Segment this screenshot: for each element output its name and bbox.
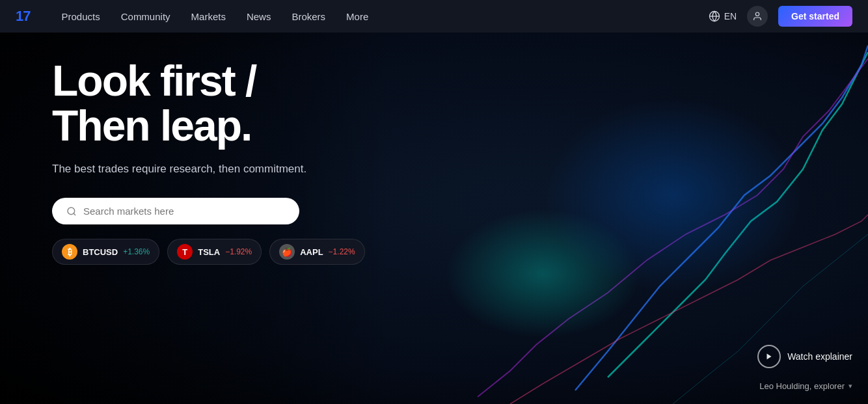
search-input[interactable]	[83, 206, 285, 217]
navbar: 17 Products Community Markets News Broke…	[0, 0, 868, 33]
svg-line-4	[74, 213, 75, 215]
play-icon	[765, 353, 773, 360]
headline-line2: Then leap.	[52, 101, 251, 150]
nav-products[interactable]: Products	[62, 11, 100, 22]
tsla-icon: T	[177, 244, 193, 260]
explorer-caption: Leo Houlding, explorer ▾	[759, 381, 852, 391]
glow-blue	[543, 98, 803, 293]
hero-subtext: The best trades require research, then c…	[52, 161, 325, 178]
tsla-change: −1.92%	[225, 247, 252, 256]
nav-community[interactable]: Community	[121, 11, 170, 22]
watch-label: Watch explainer	[787, 351, 852, 362]
chevron-down-icon: ▾	[848, 382, 852, 390]
logo[interactable]: 17	[16, 8, 31, 25]
globe-icon	[709, 10, 720, 22]
language-selector[interactable]: EN	[709, 10, 737, 22]
hero-headline: Look first / Then leap.	[52, 59, 365, 149]
nav-right: EN Get started	[709, 6, 852, 27]
svg-point-3	[68, 208, 75, 215]
play-button[interactable]	[757, 345, 781, 368]
search-icon	[66, 206, 77, 217]
search-box[interactable]	[52, 198, 299, 224]
nav-news[interactable]: News	[247, 11, 271, 22]
hero-content: Look first / Then leap. The best trades …	[52, 59, 365, 265]
watch-explainer[interactable]: Watch explainer	[757, 345, 852, 368]
nav-markets[interactable]: Markets	[191, 11, 226, 22]
tsla-symbol: TSLA	[198, 247, 220, 257]
user-avatar[interactable]	[747, 6, 768, 27]
btc-icon: ₿	[62, 244, 77, 260]
btc-symbol: BTCUSD	[83, 247, 118, 257]
get-started-button[interactable]: Get started	[778, 6, 852, 27]
svg-marker-5	[767, 354, 772, 360]
ticker-btcusd[interactable]: ₿ BTCUSD +1.36%	[52, 239, 159, 265]
user-icon	[752, 11, 763, 21]
aapl-change: −1.22%	[329, 247, 355, 256]
svg-point-2	[755, 12, 759, 16]
btc-change: +1.36%	[123, 247, 150, 256]
lang-label: EN	[724, 11, 737, 21]
headline-line1: Look first /	[52, 57, 256, 105]
aapl-symbol: AAPL	[300, 247, 323, 257]
tickers-row: ₿ BTCUSD +1.36% T TSLA −1.92% 🍎 AAPL −1.…	[52, 239, 365, 265]
caption-text: Leo Houlding, explorer	[759, 381, 845, 391]
nav-links: Products Community Markets News Brokers …	[62, 11, 709, 22]
aapl-icon: 🍎	[279, 244, 295, 260]
ticker-aapl[interactable]: 🍎 AAPL −1.22%	[269, 239, 364, 265]
nav-more[interactable]: More	[346, 11, 368, 22]
nav-brokers[interactable]: Brokers	[292, 11, 325, 22]
ticker-tsla[interactable]: T TSLA −1.92%	[167, 239, 262, 265]
